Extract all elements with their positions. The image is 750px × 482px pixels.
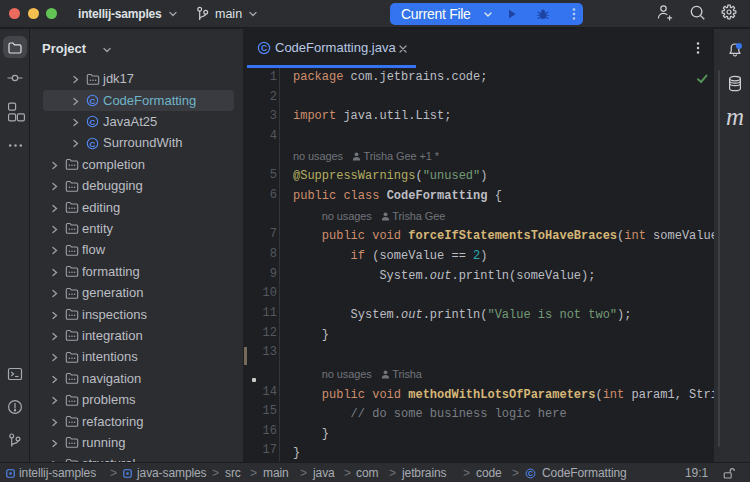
svg-text:C: C [90, 97, 96, 106]
svg-text:C: C [90, 118, 96, 127]
svg-text:C: C [261, 43, 267, 53]
svg-text:C: C [528, 470, 533, 477]
svg-text:C: C [90, 139, 96, 148]
